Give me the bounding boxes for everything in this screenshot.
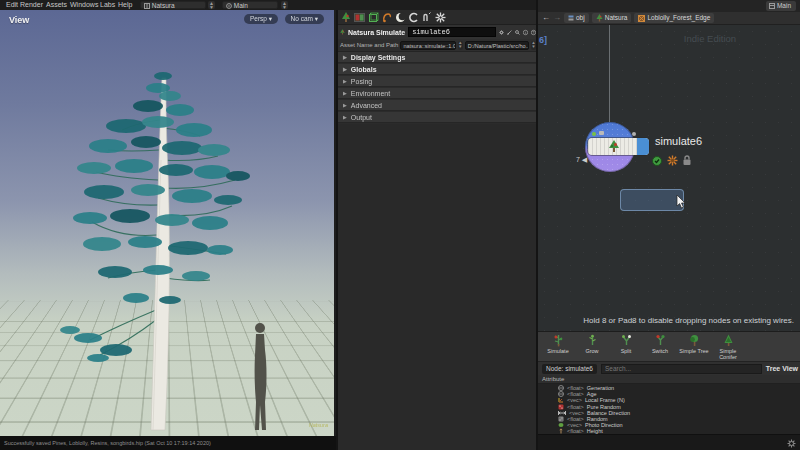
tree-render [0, 10, 334, 436]
tree-icon[interactable] [341, 12, 351, 23]
section-display-settings[interactable]: ▶Display Settings [338, 52, 538, 63]
settings-gear-icon[interactable] [787, 439, 796, 448]
parameter-toolbar [338, 10, 538, 25]
menu-bar: Edit Render Assets Windows Labs Help Nat… [0, 0, 536, 10]
leaf-icon [558, 422, 564, 428]
image-icon[interactable] [354, 13, 365, 22]
section-posing[interactable]: ▶Posing [338, 76, 538, 87]
grow-tool-icon [586, 334, 599, 347]
menu-labs[interactable]: Labs [100, 0, 115, 10]
display-flag-icon[interactable] [652, 156, 662, 166]
burst-icon[interactable] [435, 12, 446, 23]
section-advanced[interactable]: ▶Advanced [338, 100, 538, 111]
layout-combo[interactable]: Main [222, 1, 278, 9]
viewport-watermark: Natsura [309, 422, 328, 428]
section-environment[interactable]: ▶Environment [338, 88, 538, 99]
edition-watermark: Indie Edition [650, 33, 770, 44]
gear-icon[interactable] [499, 28, 504, 37]
node-input-count: 7 ◀ [576, 156, 587, 164]
tool-simulate[interactable]: Simulate [542, 334, 574, 354]
node-info-chip[interactable]: Node: simulate6 [542, 364, 597, 374]
tool-simple-tree[interactable]: Simple Tree [678, 334, 710, 354]
globe-icon [558, 391, 564, 397]
slider-icon[interactable] [507, 28, 512, 37]
simple-conifer-tool-icon [722, 334, 735, 347]
notes-icon[interactable] [422, 12, 432, 23]
layout-combo-spinner[interactable]: ▲▼ [281, 1, 288, 9]
node-type-tree-icon [340, 27, 345, 37]
tab-tools-shelf: Simulate Grow Split Switch Simple Tree S… [538, 331, 800, 361]
parameter-header: Natsura Simulate i ? [338, 25, 538, 39]
node-flag-green-dot[interactable] [592, 132, 596, 136]
crate-icon [638, 15, 645, 22]
scene-viewport[interactable]: View Persp ▾ No cam ▾ Natsura [0, 10, 334, 436]
drop-target-highlight[interactable] [620, 189, 684, 211]
asset-path-dropdown[interactable]: D:/Natura/Plastic/src/ho... [465, 41, 529, 50]
asset-name-spinner[interactable]: ▲▼ [458, 41, 463, 50]
section-globals[interactable]: ▶Globals [338, 64, 538, 75]
breadcrumb-loblolly-forest-edge[interactable]: Loblolly_Forest_Edge [634, 13, 714, 23]
network-breadcrumb: ← → obj Natsura Loblolly_Forest_Edge [538, 12, 800, 25]
simple-tree-tool-icon [688, 334, 701, 347]
info-icon[interactable]: i [523, 28, 528, 37]
tool-grow[interactable]: Grow [576, 334, 608, 354]
attribute-search-input[interactable] [601, 364, 762, 374]
network-pane-header: Main [538, 0, 800, 12]
back-arrow-icon[interactable]: ← [542, 12, 550, 24]
lock-icon[interactable] [682, 155, 692, 166]
menu-windows[interactable]: Windows [70, 0, 98, 10]
menu-help[interactable]: Help [118, 0, 132, 10]
section-output[interactable]: ▶Output [338, 112, 538, 123]
desktop-combo-spinner[interactable]: ▲▼ [208, 1, 215, 9]
human-scale-figure [255, 323, 267, 430]
node-info-bar: Node: simulate6 Tree View [538, 361, 800, 375]
red-dice-icon [558, 404, 564, 410]
wire-cube-icon[interactable] [368, 12, 379, 23]
application-window: Edit Render Assets Windows Labs Help Nat… [0, 0, 800, 450]
menu-render[interactable]: Render [20, 0, 43, 10]
hook-icon[interactable] [382, 12, 392, 23]
network-hint-text: Hold 8 or Pad8 to disable dropping nodes… [558, 316, 794, 325]
node-wire[interactable] [609, 25, 610, 122]
attribute-list-header: Attribute [538, 375, 800, 384]
camera-menu[interactable]: No cam ▾ [285, 14, 324, 24]
recook-icon[interactable] [409, 12, 419, 23]
menu-assets[interactable]: Assets [46, 0, 67, 10]
simulate-tool-icon [552, 334, 565, 347]
tool-switch[interactable]: Switch [644, 334, 676, 354]
mouse-cursor [676, 195, 686, 209]
switch-tool-icon [654, 334, 667, 347]
moon-icon[interactable] [395, 12, 406, 23]
desktop-icon [144, 3, 150, 9]
clipped-node-badge: 6] [539, 35, 547, 45]
badge-burst-icon[interactable] [667, 155, 678, 166]
magnifier-icon[interactable] [515, 28, 520, 37]
breadcrumb-natsura[interactable]: Natsura [592, 13, 632, 23]
svg-text:?: ? [533, 30, 535, 34]
node-label: simulate6 [655, 135, 702, 147]
tree-view-button[interactable]: Tree View [766, 365, 798, 372]
menu-edit[interactable]: Edit [6, 0, 18, 10]
persp-menu[interactable]: Persp ▾ [244, 14, 278, 24]
network-canvas[interactable]: 6] Indie Edition simulate6 7 ◀ Hold 8 or… [538, 25, 800, 331]
node-output-cap [637, 138, 649, 155]
node-tree-icon [608, 140, 620, 153]
viewport-label: View [9, 15, 29, 25]
balance-icon [558, 410, 566, 416]
node-flag-gray-tab[interactable] [599, 131, 604, 135]
parameter-panel-empty-area [338, 124, 538, 450]
asset-name-dropdown[interactable]: natsura::simulate::1.0 [400, 41, 455, 50]
forward-arrow-icon[interactable]: → [553, 12, 561, 24]
node-input-dot[interactable] [632, 132, 636, 136]
node-name-field[interactable] [408, 27, 496, 37]
natsura-tree-icon [596, 14, 603, 22]
panel-title: Natsura Simulate [348, 29, 405, 36]
breadcrumb-obj[interactable]: obj [564, 13, 589, 23]
obj-icon [568, 15, 574, 21]
desktop-combo[interactable]: Natsura [140, 1, 206, 9]
tool-simple-conifer[interactable]: Simple Conifer [712, 334, 744, 361]
tool-split[interactable]: Split [610, 334, 642, 354]
network-editor-panel: Main ← → obj Natsura Loblolly_Forest_Edg… [536, 0, 800, 450]
node-simulate6[interactable] [588, 138, 649, 155]
pane-tab-main[interactable]: Main [766, 1, 796, 11]
